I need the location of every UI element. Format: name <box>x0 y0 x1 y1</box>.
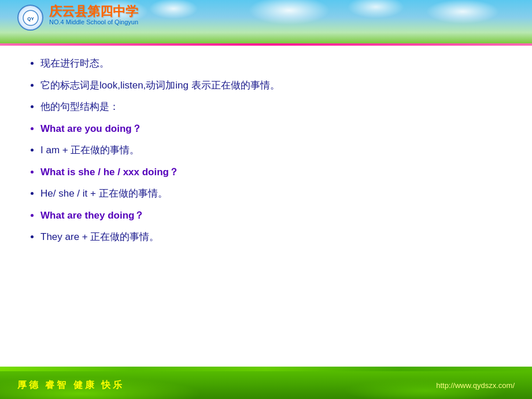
list-item: What are you doing？ <box>40 121 515 136</box>
list-item: What is she / he / xxx doing？ <box>40 165 515 180</box>
list-item: 他的句型结构是： <box>40 99 515 114</box>
svg-text:QY: QY <box>27 16 34 21</box>
list-item: I am + 正在做的事情。 <box>40 143 515 158</box>
list-item: What are they doing？ <box>40 208 515 223</box>
school-title: 庆云县第四中学 <box>49 3 138 20</box>
list-item: 现在进行时态。 <box>40 56 515 71</box>
list-item: 它的标志词是look,listen,动词加ing 表示正在做的事情。 <box>40 78 515 93</box>
school-subtitle-en: NO.4 Middle School of Qingyun <box>49 19 138 25</box>
header-banner: QY 庆云县第四中学 NO.4 Middle School of Qingyun <box>0 0 532 43</box>
lesson-bullet-list: 现在进行时态。它的标志词是look,listen,动词加ing 表示正在做的事情… <box>29 56 515 245</box>
footer-motto: 厚德 睿智 健康 快乐 <box>17 379 124 391</box>
footer-url: http://www.qydszx.com/ <box>436 381 515 390</box>
grass-strip <box>0 367 532 371</box>
main-content: 现在进行时态。它的标志词是look,listen,动词加ing 表示正在做的事情… <box>0 46 532 358</box>
list-item: They are + 正在做的事情。 <box>40 230 515 245</box>
list-item: He/ she / it + 正在做的事情。 <box>40 186 515 201</box>
footer-bar: 厚德 睿智 健康 快乐 http://www.qydszx.com/ <box>0 371 532 399</box>
school-logo: QY <box>17 5 43 31</box>
